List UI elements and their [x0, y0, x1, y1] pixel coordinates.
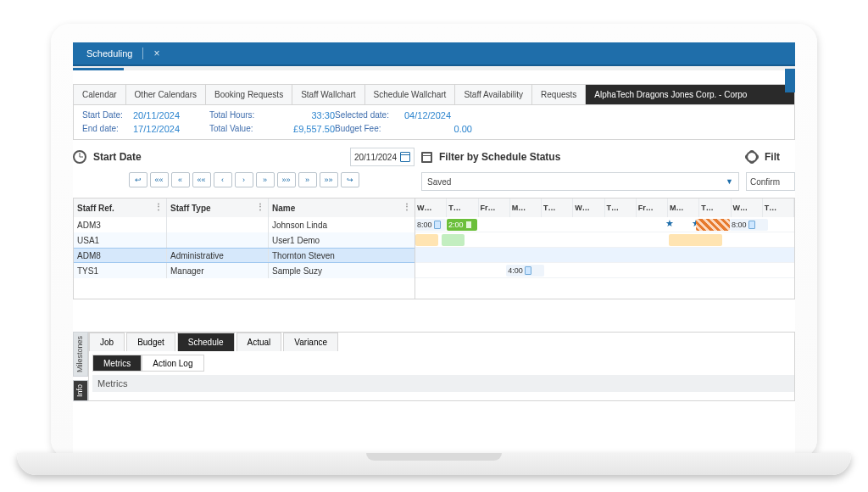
tab-variance[interactable]: Variance [283, 333, 338, 351]
nav-last[interactable]: ↪ [341, 172, 359, 187]
table-row-selected[interactable]: ADM8 Administrative Thornton Steven [74, 248, 415, 263]
grid-header-days: W… T… Fr… M… T… W… T… Fr… M… T… W… T… [415, 198, 794, 217]
filter-status-select[interactable]: Saved ▼ [421, 172, 739, 191]
chip[interactable]: 4:00 [506, 265, 544, 277]
lbl-total-hours: Total Hours: [209, 110, 267, 120]
nav-next4[interactable]: »» [320, 172, 338, 187]
laptop-frame-base [17, 453, 851, 475]
day-col[interactable]: Fr… [637, 198, 668, 217]
day-col[interactable]: T… [605, 198, 637, 217]
date-nav-buttons: ↩ «« « «« ‹ › » »» » »» ↪ [73, 172, 415, 187]
schedule-row[interactable]: 4:00 [415, 263, 794, 278]
chip[interactable] [415, 234, 438, 246]
day-col[interactable]: Fr… [479, 198, 510, 217]
summary-bar: Start Date: 20/11/2024 Total Hours: 33:3… [73, 104, 795, 140]
nav-first[interactable]: ↩ [129, 172, 147, 187]
chip[interactable] [442, 234, 465, 246]
nav-next-alt[interactable]: » [298, 172, 317, 187]
vtab-milestones[interactable]: Milestones [73, 332, 88, 377]
col-menu-icon[interactable]: ⋮ [154, 202, 163, 211]
ribbon-separator [142, 48, 143, 59]
ribbon-title: Scheduling [86, 48, 132, 59]
schedule-row[interactable]: 8:00 2:00 ★ ★ 8:00 [415, 217, 794, 232]
nav-prev-alt[interactable]: «« [192, 172, 211, 187]
col-staff-type[interactable]: Staff Type⋮ [167, 198, 269, 217]
lbl-end-date: End date: [82, 124, 133, 134]
lbl-selected-date: Selected date: [335, 110, 404, 120]
tab-actual[interactable]: Actual [236, 333, 282, 351]
settings-panel: Filt Confirm [746, 147, 795, 191]
ribbon-accent [785, 69, 795, 92]
val-total-hours: 33:30 [267, 110, 335, 120]
table-row[interactable]: TYS1 Manager Sample Suzy [74, 263, 415, 278]
star-icon: ★ [665, 218, 674, 229]
chevron-down-icon: ▼ [726, 177, 733, 186]
tab-metrics[interactable]: Metrics [92, 355, 142, 372]
nav-next3[interactable]: »» [277, 172, 296, 187]
lbl-total-value: Total Value: [209, 124, 267, 134]
tab-staff-wallchart[interactable]: Staff Wallchart [292, 85, 364, 104]
detail-subtabs: Metrics Action Log [92, 355, 794, 372]
tab-job[interactable]: Job [89, 333, 125, 351]
app-ribbon: Scheduling × [73, 42, 795, 66]
day-col[interactable]: M… [510, 198, 542, 217]
schedule-row-selected[interactable] [415, 248, 794, 263]
calendar-filter-icon [421, 152, 432, 163]
day-col[interactable]: T… [542, 198, 573, 217]
tab-other-calendars[interactable]: Other Calendars [126, 85, 206, 104]
col-name[interactable]: Name⋮ [269, 198, 415, 217]
start-date-input[interactable]: 20/11/2024 [350, 148, 415, 166]
tab-requests[interactable]: Requests [532, 85, 586, 104]
val-budget-fee: 0.00 [404, 124, 472, 134]
gear-icon[interactable] [746, 151, 758, 163]
vtab-info[interactable]: Info [73, 380, 88, 401]
metrics-header: Metrics [92, 375, 794, 392]
table-row[interactable]: ADM3 Johnson Linda [74, 217, 415, 232]
col-menu-icon[interactable]: ⋮ [256, 202, 264, 211]
start-date-panel: Start Date 20/11/2024 ↩ «« « «« ‹ › » »»… [73, 147, 415, 191]
nav-next[interactable]: › [235, 172, 253, 187]
day-col[interactable]: M… [668, 198, 699, 217]
filter-panel: Filter by Schedule Status Saved ▼ [421, 147, 739, 191]
schedule-row[interactable] [415, 232, 794, 248]
day-col[interactable]: W… [732, 198, 763, 217]
chip[interactable] [669, 234, 722, 246]
close-icon[interactable]: × [153, 48, 159, 59]
chip[interactable]: 2:00 [447, 219, 477, 231]
val-selected-date: 04/12/2024 [404, 110, 472, 120]
chip-hatched[interactable] [696, 219, 730, 231]
settings-title: Filt [765, 151, 780, 163]
nav-prev[interactable]: ‹ [214, 172, 232, 187]
ribbon-underbar [73, 66, 795, 70]
day-col[interactable]: W… [415, 198, 447, 217]
filter-title: Filter by Schedule Status [439, 151, 560, 163]
day-col[interactable]: W… [573, 198, 604, 217]
tab-schedule-wallchart[interactable]: Schedule Wallchart [365, 85, 456, 104]
day-col[interactable]: T… [447, 198, 478, 217]
tab-calendar[interactable]: Calendar [74, 85, 126, 104]
chip[interactable]: 8:00 [730, 219, 768, 231]
col-staff-ref[interactable]: Staff Ref.⋮ [74, 198, 167, 217]
tab-budget[interactable]: Budget [126, 333, 175, 351]
tab-active-job[interactable]: AlphaTech Dragons Jones Corp. - Corpo [586, 85, 794, 104]
detail-tabs: Job Budget Schedule Actual Variance [89, 333, 794, 351]
val-end-date: 17/12/2024 [133, 124, 209, 134]
table-row[interactable]: USA1 User1 Demo [74, 232, 415, 248]
calendar-icon[interactable] [400, 152, 410, 162]
confirm-button[interactable]: Confirm [746, 172, 795, 191]
schedule-grid: Staff Ref.⋮ Staff Type⋮ Name⋮ ADM3 Johns… [73, 198, 795, 299]
nav-prev3[interactable]: «« [150, 172, 169, 187]
val-total-value: £9,557.50 [267, 124, 335, 134]
chip[interactable]: 8:00 [415, 219, 446, 231]
tab-schedule[interactable]: Schedule [177, 333, 235, 351]
col-menu-icon[interactable]: ⋮ [403, 202, 411, 211]
day-col[interactable]: T… [699, 198, 731, 217]
nav-next2[interactable]: » [256, 172, 275, 187]
tab-staff-availability[interactable]: Staff Availability [455, 85, 532, 104]
tab-booking-requests[interactable]: Booking Requests [206, 85, 292, 104]
nav-prev2[interactable]: « [171, 172, 190, 187]
tab-action-log[interactable]: Action Log [142, 355, 203, 372]
view-tabs: Calendar Other Calendars Booking Request… [73, 84, 795, 104]
ribbon-tab-scheduling[interactable]: Scheduling × [80, 44, 166, 63]
day-col[interactable]: T… [763, 198, 794, 217]
